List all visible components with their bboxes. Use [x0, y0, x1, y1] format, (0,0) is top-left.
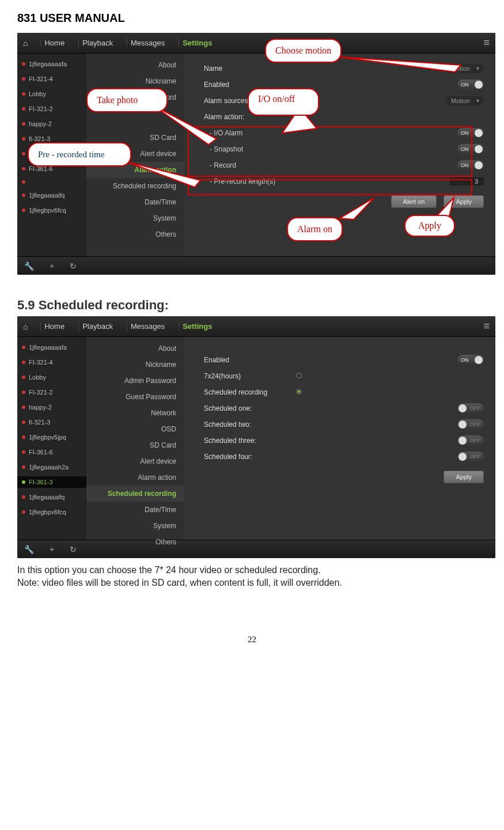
label-sched: Scheduled recording	[204, 388, 296, 396]
camera-item[interactable]: 1jfiegaaaaafa	[17, 58, 86, 70]
camera-item[interactable]: fi-321-3	[17, 416, 86, 428]
callout-pre-recorded: Pre - recorded time	[28, 142, 131, 166]
camera-item[interactable]: FI-321-2	[17, 103, 86, 115]
callout-alarm-on: Alarm on	[287, 217, 343, 241]
s4-toggle[interactable]: OFF	[457, 452, 484, 462]
topbar: ⌂ Home Playback Messages Settings ≡	[17, 316, 495, 337]
nav-home[interactable]: Home	[40, 322, 68, 331]
s2-toggle[interactable]: OFF	[457, 419, 484, 430]
content-panel: Enabled ON 7x24(hours) Scheduled recordi…	[184, 337, 495, 540]
menu-nickname[interactable]: Nickname	[86, 357, 184, 373]
camera-item[interactable]: 1jfiegaaaaifq	[17, 491, 86, 503]
menu-blank[interactable]	[86, 113, 184, 122]
label-enabled: Enabled	[204, 81, 296, 89]
camera-item[interactable]: FI-361-6	[17, 446, 86, 458]
menu-sdcard[interactable]: SD Card	[86, 437, 184, 453]
menu-sched-rec[interactable]: Scheduled recording	[86, 178, 184, 194]
nav-messages[interactable]: Messages	[127, 39, 168, 47]
menu-guest-pw[interactable]: Guest Password	[86, 389, 184, 405]
camera-item[interactable]: FI-361-3	[17, 476, 86, 488]
nav-playback[interactable]: Playback	[78, 322, 116, 331]
camera-item[interactable]: 1jfiegaaaaafa	[17, 342, 86, 353]
hamburger-icon[interactable]: ≡	[483, 37, 490, 49]
tool-icon[interactable]: 🔧	[24, 261, 34, 271]
nav-home[interactable]: Home	[40, 39, 68, 47]
tool-icon[interactable]: 🔧	[24, 545, 34, 554]
camera-item[interactable]: 1jfiegaaaaifq	[17, 190, 86, 201]
nav-messages[interactable]: Messages	[127, 322, 168, 331]
camera-item[interactable]: Lobby	[17, 372, 86, 383]
record-toggle[interactable]: ON	[457, 160, 484, 170]
label-s1: Scheduled one:	[204, 404, 296, 412]
menu-alarm-action[interactable]: Alarm action	[86, 469, 184, 486]
label-7x24: 7x24(hours)	[204, 372, 296, 380]
label-snapshot: - Snapshot	[210, 145, 302, 153]
nav-settings[interactable]: Settings	[179, 322, 215, 331]
menu-admin-pw[interactable]: Admin Password	[86, 373, 184, 389]
screenshot-scheduled-recording: ⌂ Home Playback Messages Settings ≡ 1jfi…	[17, 316, 495, 558]
camera-item[interactable]	[17, 178, 86, 186]
callout-apply: Apply	[404, 215, 455, 237]
io-alarm-toggle[interactable]: ON	[457, 128, 484, 138]
alert-on-button[interactable]: Alert on	[391, 195, 437, 208]
menu-system[interactable]: System	[86, 518, 184, 534]
plus-icon[interactable]: ＋	[48, 544, 56, 555]
snapshot-toggle[interactable]: ON	[457, 144, 484, 154]
camera-item[interactable]: 1jfiegbpv5jpq	[17, 431, 86, 443]
enabled-toggle[interactable]: ON	[457, 355, 484, 365]
menu-sched-rec[interactable]: Scheduled recording	[86, 486, 184, 502]
screenshot-alarm-action: ⌂ Home Playback Messages Settings ≡ 1jfi…	[17, 33, 495, 275]
s3-toggle[interactable]: OFF	[457, 435, 484, 446]
page-title: 831 USER MANUAL	[17, 12, 487, 25]
home-icon: ⌂	[23, 39, 28, 48]
menu-blank[interactable]	[86, 122, 184, 130]
refresh-icon[interactable]: ↻	[70, 545, 77, 554]
label-s4: Scheduled four:	[204, 453, 296, 461]
body-text-2: Note: video files will be stored in SD c…	[17, 577, 487, 589]
menu-alert-device[interactable]: Alert device	[86, 453, 184, 469]
s1-toggle[interactable]: OFF	[457, 403, 484, 414]
label-name: Name	[204, 65, 296, 73]
label-record: - Record	[210, 161, 302, 169]
refresh-icon[interactable]: ↻	[70, 261, 77, 271]
name-dropdown[interactable]: Motion	[445, 64, 484, 73]
camera-item[interactable]: happy-2	[17, 401, 86, 413]
camera-item[interactable]: FI-321-4	[17, 357, 86, 368]
radio-scheduled[interactable]	[296, 389, 302, 395]
menu-osd[interactable]: OSD	[86, 421, 184, 437]
label-io-alarm: - I/O Alarm	[210, 129, 302, 137]
callout-take-photo: Take photo	[86, 88, 168, 112]
menu-others[interactable]: Others	[86, 534, 184, 550]
page-number: 22	[17, 635, 487, 645]
enabled-toggle[interactable]: ON	[457, 79, 484, 90]
menu-nickname[interactable]: Nickname	[86, 73, 184, 89]
apply-button[interactable]: Apply	[444, 195, 484, 208]
camera-item[interactable]: Lobby	[17, 88, 86, 100]
menu-network[interactable]: Network	[86, 405, 184, 421]
radio-7x24[interactable]	[296, 373, 302, 378]
camera-item[interactable]: 1jfiegaaaah2a	[17, 461, 86, 473]
alarm-sources-dropdown[interactable]: Motion	[445, 96, 484, 105]
camera-item[interactable]: happy-2	[17, 118, 86, 130]
camera-item[interactable]: FI-321-4	[17, 73, 86, 85]
menu-datetime[interactable]: Date/Time	[86, 502, 184, 518]
menu-about[interactable]: About	[86, 57, 184, 73]
camera-item[interactable]: 1jfiegbpv6fcq	[17, 204, 86, 216]
camera-list: 1jfiegaaaaafa FI-321-4 Lobby FI-321-2 ha…	[17, 337, 86, 540]
callout-io-onoff: I/O on/off	[248, 88, 319, 116]
camera-item[interactable]: 1jfiegbpv6fcq	[17, 506, 86, 518]
callout-choose-motion: Choose motion	[265, 39, 342, 63]
nav-settings[interactable]: Settings	[179, 39, 215, 47]
footer-bar: 🔧 ＋ ↻	[17, 256, 495, 275]
camera-item[interactable]: FI-321-2	[17, 386, 86, 398]
apply-button[interactable]: Apply	[444, 471, 484, 483]
label-s3: Scheduled three:	[204, 437, 296, 445]
pre-record-value[interactable]: 3	[449, 177, 484, 185]
menu-others[interactable]: Others	[86, 226, 184, 242]
menu-datetime[interactable]: Date/Time	[86, 194, 184, 210]
nav-playback[interactable]: Playback	[78, 39, 116, 47]
hamburger-icon[interactable]: ≡	[483, 320, 490, 332]
plus-icon[interactable]: ＋	[48, 261, 56, 271]
menu-about[interactable]: About	[86, 340, 184, 357]
menu-system[interactable]: System	[86, 210, 184, 226]
